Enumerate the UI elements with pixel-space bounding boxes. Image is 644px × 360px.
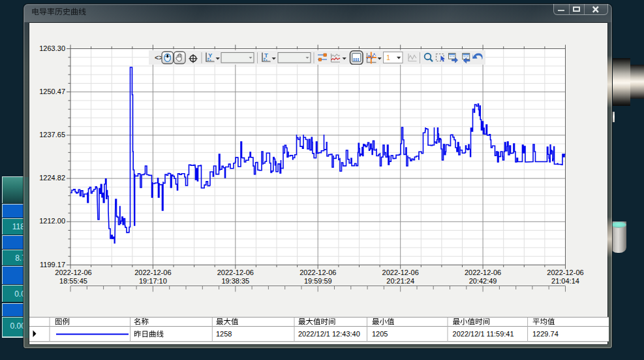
svg-text:Y: Y (208, 52, 213, 59)
svg-text:T: T (264, 52, 268, 59)
svg-text:1: 1 (386, 54, 390, 61)
